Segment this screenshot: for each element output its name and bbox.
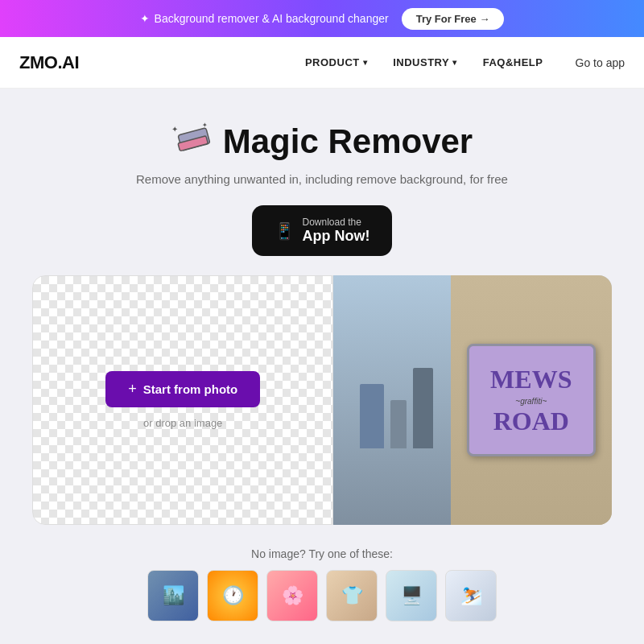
samples-label: No image? Try one of these: [32,547,612,560]
right-photo-half: MEWS ~graffiti~ ROAD [451,275,612,525]
banner-text: ✦ Background remover & AI background cha… [140,12,389,25]
sample-thumb-shirt[interactable]: 👕 [326,570,378,621]
sample-thumb-clock[interactable]: 🕐 [207,570,258,621]
chevron-down-icon: ▾ [452,58,457,67]
chevron-down-icon: ▾ [363,58,368,67]
example-image: MEWS ~graffiti~ ROAD [333,275,612,525]
go-to-app-link[interactable]: Go to app [576,56,625,69]
sample-thumb-desk[interactable]: 🖥️ [386,570,437,621]
nav-product[interactable]: PRODUCT ▾ [305,56,367,68]
phone-icon: 📱 [275,221,295,241]
drop-text: or drop an image [143,417,222,429]
road-photo: MEWS ~graffiti~ ROAD [333,275,612,525]
page-title: Magic Remover [223,122,473,161]
hero-subtitle: Remove anything unwanted in, including r… [16,172,628,186]
nav-faq[interactable]: FAQ&HELP [483,56,543,68]
sample-thumb-skiing[interactable]: ⛷️ [445,570,497,621]
svg-text:✦: ✦ [171,125,178,134]
samples-section: No image? Try one of these: 🏙️ 🕐 🌸 👕 🖥️ … [16,541,628,644]
hero-title-row: ✦ ✦ Magic Remover [16,121,628,163]
street-sign: MEWS ~graffiti~ ROAD [467,344,596,456]
upload-panel: + Start from photo or drop an image [32,275,333,525]
nav-industry[interactable]: INDUSTRY ▾ [393,56,456,68]
sample-thumb-flowers[interactable]: 🌸 [266,570,318,621]
logo: ZMO.AI [19,52,79,73]
hero-section: ✦ ✦ Magic Remover Remove anything unwant… [0,89,644,644]
samples-row: 🏙️ 🕐 🌸 👕 🖥️ ⛷️ [32,570,612,621]
left-photo-half [333,275,459,525]
banner-star-icon: ✦ [140,12,150,25]
eraser-icon: ✦ ✦ [171,121,213,163]
nav-links: PRODUCT ▾ INDUSTRY ▾ FAQ&HELP [305,56,543,68]
navbar: ZMO.AI PRODUCT ▾ INDUSTRY ▾ FAQ&HELP Go … [0,37,644,89]
demo-area: + Start from photo or drop an image [16,275,628,525]
sample-thumb-buildings[interactable]: 🏙️ [147,570,199,621]
plus-icon: + [128,381,137,398]
download-app-button[interactable]: 📱 Download the App Now! [252,205,393,256]
top-banner: ✦ Background remover & AI background cha… [0,0,644,37]
upload-button[interactable]: + Start from photo [105,371,260,407]
try-free-button[interactable]: Try For Free → [402,8,505,30]
